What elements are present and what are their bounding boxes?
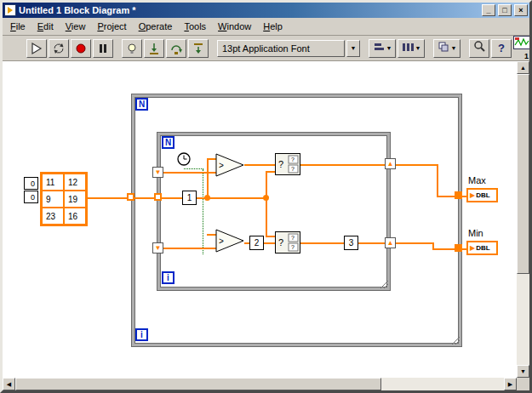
- reorder-objects-button[interactable]: ▼: [433, 39, 460, 58]
- svg-text:?: ?: [278, 159, 283, 169]
- scroll-up-button[interactable]: ▲: [517, 61, 529, 74]
- numeric-constant[interactable]: 2: [249, 236, 264, 250]
- array-cell[interactable]: 19: [64, 191, 86, 208]
- labview-icon[interactable]: [4, 4, 16, 16]
- svg-text:?: ?: [291, 157, 295, 162]
- align-objects-button[interactable]: ▼: [369, 39, 396, 58]
- menu-file[interactable]: File: [4, 19, 31, 34]
- select-function-icon[interactable]: ???: [275, 153, 300, 177]
- font-selector[interactable]: 13pt Application Font: [217, 40, 345, 57]
- font-selector-dropdown-icon[interactable]: ▼: [346, 40, 360, 57]
- menu-edit[interactable]: Edit: [31, 19, 60, 34]
- outer-loop-iteration-terminal[interactable]: i: [135, 328, 148, 341]
- wire-junction: [263, 195, 269, 201]
- shift-register-left-top[interactable]: ▼: [152, 167, 163, 178]
- abort-button[interactable]: [71, 39, 91, 58]
- scroll-right-button[interactable]: ▶: [504, 378, 517, 390]
- vertical-scroll-thumb[interactable]: [517, 74, 529, 274]
- menu-window[interactable]: Window: [212, 19, 257, 34]
- diagram-canvas[interactable]: N i N i ▼: [3, 61, 517, 378]
- horizontal-scrollbar[interactable]: ◀ ▶: [3, 378, 517, 390]
- min-indicator-terminal[interactable]: ▶ DBL: [466, 241, 498, 255]
- vi-icon: [513, 36, 530, 53]
- distribute-objects-icon: [402, 41, 414, 56]
- wire: [396, 242, 432, 244]
- menu-operate[interactable]: Operate: [133, 19, 179, 34]
- minimize-button[interactable]: _: [482, 4, 495, 16]
- wire: [244, 164, 275, 166]
- close-button[interactable]: ×: [514, 4, 528, 16]
- wire: [207, 158, 209, 198]
- svg-text:?: ?: [291, 166, 295, 172]
- toolbar: 13pt Application Font ▼ ▼ ▼ ▼ ? 1: [3, 36, 529, 61]
- step-out-button[interactable]: [188, 39, 209, 58]
- menu-tools[interactable]: Tools: [178, 19, 212, 34]
- distribute-objects-button[interactable]: ▼: [398, 39, 425, 58]
- array-cell[interactable]: 12: [64, 174, 86, 191]
- svg-text:>: >: [219, 236, 224, 246]
- menu-project[interactable]: Project: [91, 19, 132, 34]
- svg-text:?: ?: [278, 237, 283, 248]
- wire: [300, 242, 344, 244]
- array-cell[interactable]: 11: [42, 174, 64, 191]
- labview-window: Untitled 1 Block Diagram * _ □ × File Ed…: [0, 0, 532, 393]
- array-index-display[interactable]: 0: [24, 177, 38, 190]
- max-indicator-terminal[interactable]: ▶ DBL: [466, 188, 498, 202]
- highlight-execution-button[interactable]: [122, 39, 142, 58]
- wire: [396, 164, 437, 166]
- step-over-button[interactable]: [166, 39, 186, 58]
- dotted-wire: [203, 169, 203, 254]
- window-title: Untitled 1 Block Diagram *: [19, 5, 479, 15]
- menu-view[interactable]: View: [60, 19, 92, 34]
- loop-resize-glyph: [380, 281, 388, 290]
- scrollbar-corner: [517, 378, 529, 390]
- wire: [437, 164, 438, 197]
- vi-icon-area[interactable]: 1: [513, 36, 530, 60]
- thread-badge: 1: [524, 53, 530, 60]
- comparison-function-icon[interactable]: >: [215, 229, 244, 254]
- vertical-scrollbar[interactable]: ▲ ▼: [517, 61, 529, 378]
- wire: [300, 164, 385, 166]
- context-help-button[interactable]: ?: [491, 39, 512, 58]
- svg-text:?: ?: [291, 244, 295, 250]
- wire: [264, 242, 275, 244]
- wire: [358, 242, 385, 244]
- shift-register-right-top[interactable]: ▲: [385, 158, 396, 169]
- tunnel-outer-right-min[interactable]: [455, 244, 462, 252]
- run-continuously-button[interactable]: [49, 39, 69, 58]
- tunnel-inner-left[interactable]: [154, 193, 162, 201]
- tunnel-outer-right-max[interactable]: [455, 191, 462, 199]
- wait-timer-icon[interactable]: [176, 151, 192, 168]
- shift-register-left-bottom[interactable]: ▼: [152, 242, 163, 253]
- search-icon: [473, 40, 486, 56]
- scroll-left-button[interactable]: ◀: [3, 378, 15, 390]
- search-button[interactable]: [469, 39, 489, 58]
- numeric-constant[interactable]: 1: [182, 191, 197, 205]
- select-function-icon[interactable]: ???: [275, 231, 300, 255]
- svg-text:>: >: [219, 161, 224, 170]
- step-into-button[interactable]: [144, 39, 164, 58]
- comparison-function-icon[interactable]: >: [215, 153, 244, 179]
- array-cell[interactable]: 9: [42, 191, 64, 208]
- array-index-display[interactable]: 0: [24, 191, 38, 203]
- array-cell[interactable]: 23: [42, 208, 64, 225]
- wire-junction: [204, 195, 210, 201]
- svg-text:?: ?: [291, 235, 295, 241]
- terminal-arrow-icon: ▶: [470, 192, 475, 199]
- for-loop-inner[interactable]: [157, 133, 390, 290]
- tunnel-outer-left[interactable]: [127, 193, 134, 201]
- numeric-constant[interactable]: 3: [344, 236, 358, 250]
- run-button[interactable]: [26, 39, 47, 58]
- horizontal-scroll-thumb[interactable]: [15, 378, 381, 390]
- array-cell[interactable]: 16: [64, 208, 86, 225]
- pause-button[interactable]: [93, 39, 113, 58]
- inner-loop-iteration-terminal[interactable]: i: [162, 271, 174, 284]
- inner-loop-count-terminal[interactable]: N: [162, 136, 174, 149]
- shift-register-right-bottom[interactable]: ▲: [385, 237, 396, 248]
- scroll-down-button[interactable]: ▼: [517, 365, 529, 378]
- outer-loop-count-terminal[interactable]: N: [135, 98, 148, 111]
- maximize-button[interactable]: □: [498, 4, 512, 16]
- array-constant[interactable]: 11 12 9 19 23 16: [40, 172, 88, 226]
- menu-help[interactable]: Help: [257, 19, 289, 34]
- wire: [266, 171, 267, 236]
